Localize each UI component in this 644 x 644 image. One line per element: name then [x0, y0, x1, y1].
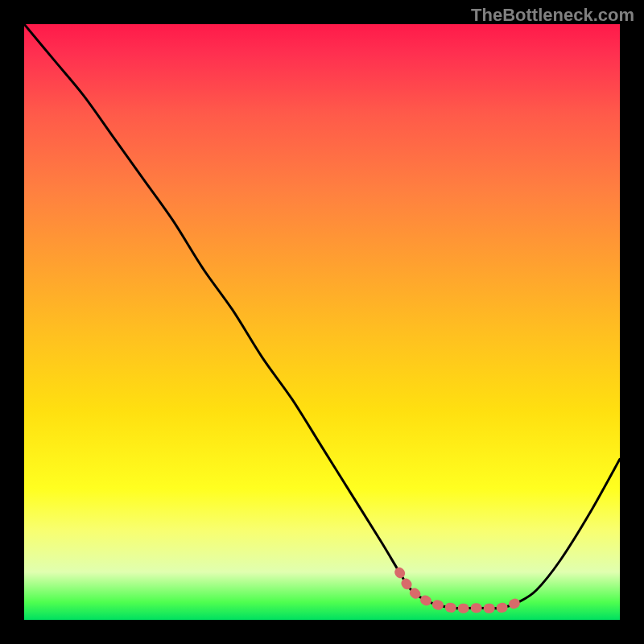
watermark-text: TheBottleneck.com	[471, 5, 634, 26]
chart-plot-area	[24, 24, 620, 620]
bottleneck-curve-svg	[24, 24, 620, 620]
flat-region-highlight	[399, 572, 518, 609]
bottleneck-curve-path	[24, 24, 620, 609]
